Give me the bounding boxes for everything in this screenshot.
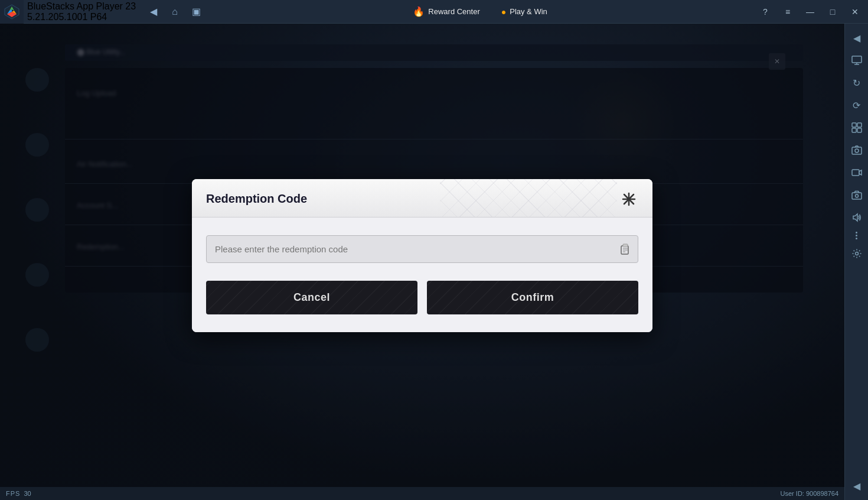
- bluestacks-logo: [4, 4, 20, 20]
- sidebar-icon-settings[interactable]: [846, 243, 867, 264]
- sidebar-icon-arrow-left[interactable]: ◀: [846, 475, 867, 496]
- svg-rect-12: [852, 147, 862, 154]
- statusbar: FPS 30 User ID: 900898764: [0, 487, 844, 500]
- sidebar-icon-sync[interactable]: ⟳: [846, 95, 867, 116]
- reward-center-button[interactable]: 🔥 Reward Center: [407, 4, 485, 20]
- sidebar-icon-rotate[interactable]: ↻: [846, 72, 867, 93]
- sidebar-dots: [856, 232, 857, 239]
- svg-rect-11: [857, 128, 862, 132]
- user-id: User ID: 900898764: [781, 490, 838, 497]
- svg-rect-10: [852, 128, 856, 132]
- svg-point-16: [855, 194, 858, 197]
- menu-button[interactable]: ≡: [777, 1, 798, 22]
- fps-value: 30: [24, 490, 31, 497]
- close-button[interactable]: ✕: [844, 1, 866, 22]
- play-win-button[interactable]: ● Play & Win: [495, 5, 553, 19]
- help-button[interactable]: ?: [755, 1, 776, 22]
- svg-rect-15: [852, 193, 862, 199]
- back-button[interactable]: ◀: [144, 2, 163, 21]
- redemption-dialog: Redemption Code: [192, 179, 652, 332]
- svg-rect-8: [852, 123, 856, 127]
- dialog-header: Redemption Code: [192, 179, 652, 217]
- nav-buttons: ◀ ⌂ ▣: [144, 2, 205, 21]
- reward-center-label: Reward Center: [428, 7, 479, 16]
- right-sidebar: ◀ ↻ ⟳ ◀: [844, 24, 868, 500]
- sidebar-icon-monitor[interactable]: [846, 50, 867, 71]
- coin-icon: ●: [501, 7, 506, 17]
- titlebar: BlueStacks App Player 23 5.21.205.1001 P…: [0, 0, 868, 24]
- dialog-body: Cancel Confirm: [192, 217, 652, 332]
- sidebar-icon-volume[interactable]: [846, 207, 867, 228]
- fire-icon: 🔥: [413, 6, 425, 17]
- dialog-title: Redemption Code: [206, 192, 307, 206]
- sidebar-icon-screenshot[interactable]: [846, 139, 867, 161]
- sidebar-icon-grid[interactable]: [846, 117, 867, 138]
- sidebar-icon-camera2[interactable]: [846, 184, 867, 206]
- svg-point-13: [855, 149, 859, 152]
- paste-button[interactable]: [619, 243, 631, 255]
- recents-button[interactable]: ▣: [187, 2, 205, 21]
- svg-point-17: [855, 252, 858, 255]
- paste-icon: [619, 243, 631, 255]
- sidebar-icon-arrow[interactable]: ◀: [846, 27, 867, 48]
- app-version: 5.21.205.1001 P64: [27, 12, 136, 22]
- close-x-icon: [622, 192, 636, 206]
- fps-label: FPS: [6, 490, 20, 497]
- svg-rect-23: [623, 244, 628, 246]
- svg-rect-14: [852, 170, 859, 176]
- svg-rect-9: [857, 123, 862, 127]
- redemption-code-input[interactable]: [206, 235, 638, 263]
- sidebar-icon-record[interactable]: [846, 162, 867, 183]
- minimize-button[interactable]: —: [800, 1, 821, 22]
- app-title: BlueStacks App Player 23: [27, 1, 136, 12]
- window-controls: ? ≡ — □ ✕: [755, 1, 866, 22]
- svg-rect-5: [852, 56, 862, 63]
- titlebar-center: 🔥 Reward Center ● Play & Win: [205, 4, 755, 20]
- maximize-button[interactable]: □: [822, 1, 843, 22]
- home-button[interactable]: ⌂: [165, 2, 184, 21]
- app-name-area: BlueStacks App Player 23 5.21.205.1001 P…: [27, 1, 136, 22]
- confirm-button[interactable]: Confirm: [427, 281, 638, 314]
- dialog-footer: Cancel Confirm: [206, 281, 638, 314]
- modal-overlay: Redemption Code: [0, 24, 844, 487]
- input-wrapper: [206, 235, 638, 263]
- cancel-button[interactable]: Cancel: [206, 281, 417, 314]
- play-win-label: Play & Win: [510, 7, 547, 16]
- dialog-close-button[interactable]: [619, 190, 638, 209]
- bluestacks-logo-area: [0, 0, 24, 24]
